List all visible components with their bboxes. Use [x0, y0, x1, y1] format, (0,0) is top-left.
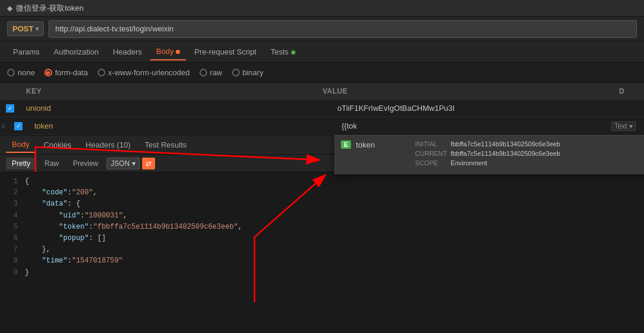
tab-prerequest[interactable]: Pre-request Script — [188, 44, 262, 60]
row1-checkbox[interactable] — [6, 104, 14, 113]
format-select[interactable]: JSON ▾ — [107, 158, 140, 169]
code-line: 4 "uid": "1000031", — [6, 210, 638, 222]
code-line: 8 "time": "1547018759" — [6, 255, 638, 267]
header-desc-col: D — [614, 87, 644, 95]
row2-value[interactable]: {{tok Text ▾ — [337, 121, 644, 131]
wrap-btn[interactable]: ⇄ — [142, 158, 155, 169]
radio-form-data — [44, 69, 52, 76]
app-icon: ◆ — [7, 4, 12, 12]
pretty-btn[interactable]: Pretty — [6, 158, 36, 169]
autocomplete-env-badge: E — [341, 140, 351, 149]
response-code-area: 1 { 2 "code": "200", 3 "data": { 4 "uid"… — [0, 172, 644, 333]
body-options: none form-data x-www-form-urlencoded raw… — [0, 63, 644, 83]
row2-checkbox[interactable] — [14, 122, 22, 130]
row1-key[interactable]: unionid — [21, 104, 333, 113]
radio-raw — [199, 69, 207, 76]
method-label: POST — [12, 24, 33, 33]
current-value: fbbffa7c5e1114b9b13402509c6e3eeb — [450, 150, 560, 157]
body-params-table: KEY VALUE D unionid oTiiF1KFrIwEvIgOtBaC… — [0, 83, 644, 136]
title-bar: ◆ 微信登录-获取token — [0, 0, 644, 17]
row2-key[interactable]: token — [30, 121, 337, 130]
option-raw[interactable]: raw — [199, 68, 223, 77]
tab-response-body[interactable]: Body — [6, 137, 36, 153]
request-tabs: Params Authorization Headers Body Pre-re… — [0, 41, 644, 63]
tab-cookies[interactable]: Cookies — [38, 137, 78, 152]
tab-authorization[interactable]: Authorization — [48, 44, 105, 60]
tab-test-results[interactable]: Test Results — [139, 137, 192, 152]
option-binary[interactable]: binary — [232, 68, 263, 77]
radio-none — [7, 69, 15, 76]
initial-label: INITIAL — [415, 140, 450, 148]
tab-response-headers[interactable]: Headers (10) — [80, 137, 137, 152]
row2-type-select[interactable]: Text ▾ — [611, 121, 636, 131]
header-key-col: KEY — [21, 87, 318, 95]
autocomplete-var-name: token — [356, 140, 403, 149]
body-tab-dot — [176, 50, 180, 54]
code-line: 7 }, — [6, 244, 638, 255]
code-line: 2 "code": "200", — [6, 187, 638, 198]
option-none[interactable]: none — [7, 68, 35, 77]
format-chevron-icon: ▾ — [132, 159, 136, 168]
row2-check[interactable] — [8, 122, 30, 130]
code-line: 3 "data": { — [6, 198, 638, 210]
row1-check[interactable] — [0, 104, 21, 113]
autocomplete-details: INITIAL fbbffa7c5e1114b9b13402509c6e3eeb… — [415, 140, 644, 169]
radio-binary — [232, 69, 240, 76]
initial-value: fbbffa7c5e1114b9b13402509c6e3eeb — [450, 140, 560, 148]
scope-label: SCOPE — [415, 159, 450, 166]
url-bar: POST ▾ — [0, 17, 644, 41]
code-line: 6 "popup": [] — [6, 233, 638, 244]
method-chevron-icon: ▾ — [36, 25, 38, 32]
method-select[interactable]: POST ▾ — [7, 21, 44, 36]
tab-tests[interactable]: Tests — [265, 44, 301, 60]
table-header: KEY VALUE D — [0, 83, 644, 100]
table-row: unionid oTiiF1KFrIwEvIgOtBaCHMw1Pu3I — [0, 100, 644, 117]
option-urlencoded[interactable]: x-www-form-urlencoded — [98, 68, 190, 77]
tab-body[interactable]: Body — [150, 43, 186, 60]
tests-tab-dot — [291, 50, 295, 55]
drag-handle-icon: ≡ — [0, 122, 8, 130]
option-form-data[interactable]: form-data — [44, 68, 88, 77]
header-value-col: VALUE — [318, 87, 614, 95]
tab-headers[interactable]: Headers — [107, 44, 148, 60]
table-row: ≡ token {{tok Text ▾ E token INITIAL — [0, 117, 644, 135]
raw-btn[interactable]: Raw — [38, 158, 65, 169]
autocomplete-item[interactable]: E token INITIAL fbbffa7c5e1114b9b1340250… — [335, 136, 644, 174]
code-line: 5 "token": "fbbffa7c5e1114b9b13402509c6e… — [6, 222, 638, 233]
preview-btn[interactable]: Preview — [67, 158, 104, 169]
title-text: 微信登录-获取token — [16, 3, 83, 14]
radio-urlencoded — [98, 69, 105, 76]
scope-value: Environment — [450, 159, 487, 166]
tab-params[interactable]: Params — [7, 44, 46, 60]
code-line: 1 { — [6, 176, 638, 187]
url-input[interactable] — [49, 20, 637, 38]
code-line: 9 } — [6, 267, 638, 278]
current-label: CURRENT — [415, 150, 450, 157]
autocomplete-popup: E token INITIAL fbbffa7c5e1114b9b1340250… — [334, 135, 644, 174]
row1-value[interactable]: oTiiF1KFrIwEvIgOtBaCHMw1Pu3I — [333, 104, 644, 113]
